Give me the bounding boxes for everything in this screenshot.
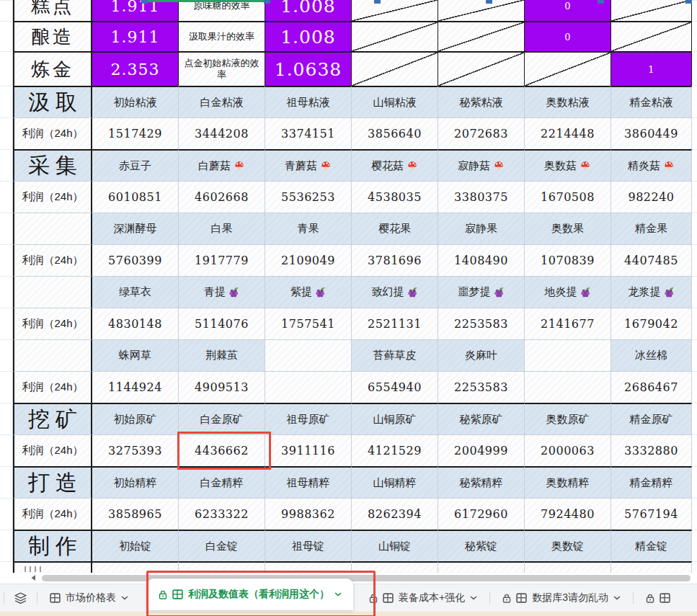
profit-label-cell[interactable]: 利润（24h）: [13, 371, 92, 403]
item-cell[interactable]: 白金粘液: [179, 86, 265, 117]
item-cell[interactable]: 祖母粘液: [265, 86, 352, 117]
profit-cell[interactable]: 1408490: [438, 244, 525, 276]
item-cell[interactable]: 秘紫锭: [438, 530, 525, 561]
profit-cell[interactable]: 5114076: [179, 308, 265, 339]
scroll-left-icon[interactable]: [30, 574, 37, 581]
profit-cell[interactable]: 1070839: [525, 244, 611, 276]
item-cell[interactable]: 山铜精粹: [352, 466, 438, 498]
item-cell[interactable]: 山铜原矿: [352, 403, 438, 434]
section-label-cell[interactable]: [13, 339, 92, 371]
chevron-down-icon[interactable]: [334, 592, 342, 597]
clipped-cell[interactable]: [525, 561, 611, 573]
item-cell[interactable]: 地炎提: [525, 276, 611, 308]
clipped-cell[interactable]: [92, 561, 179, 573]
profit-cell[interactable]: 3275393: [92, 434, 179, 466]
profit-cell[interactable]: 3380375: [438, 181, 525, 213]
item-cell[interactable]: 樱花果: [352, 213, 438, 244]
scrollbar-thumb[interactable]: [42, 575, 691, 581]
profit-cell[interactable]: 2686467: [611, 371, 692, 403]
item-cell[interactable]: 精金粘液: [611, 86, 692, 117]
profit-cell[interactable]: 2214448: [525, 117, 611, 149]
item-cell[interactable]: [265, 339, 352, 371]
item-cell[interactable]: 深渊酵母: [92, 213, 179, 244]
profit-cell[interactable]: 3332880: [611, 434, 692, 466]
item-cell[interactable]: 龙浆提: [611, 276, 692, 308]
profit-cell[interactable]: 1757541: [265, 308, 352, 339]
item-cell[interactable]: 奥数果: [525, 213, 611, 244]
item-cell[interactable]: 冰丝棉: [611, 339, 692, 371]
profit-cell[interactable]: 3858965: [92, 498, 179, 530]
sheet-list-button[interactable]: [8, 592, 33, 604]
section-label-cell[interactable]: 挖矿: [13, 403, 92, 434]
item-cell[interactable]: 白果: [179, 213, 265, 244]
item-cell[interactable]: 青果: [265, 213, 352, 244]
profit-cell[interactable]: 3856640: [352, 117, 438, 149]
crossed-out-cell[interactable]: [611, 0, 692, 21]
sheet-tab[interactable]: 市场价格表: [41, 584, 137, 612]
crossed-out-cell[interactable]: [438, 51, 525, 86]
item-cell[interactable]: 祖母精粹: [265, 466, 352, 498]
profit-cell[interactable]: 4436662: [179, 434, 265, 466]
item-cell[interactable]: 秘紫粘液: [438, 86, 525, 117]
profit-cell[interactable]: 2253583: [438, 308, 525, 339]
alchemy-multiplier-cell[interactable]: 1.911: [92, 0, 179, 21]
alchemy-multiplier-cell[interactable]: 2.353: [92, 51, 179, 86]
profit-cell[interactable]: 4909513: [179, 371, 265, 403]
item-cell[interactable]: [525, 339, 611, 371]
sheet-tab[interactable]: [637, 584, 679, 612]
alchemy-label-cell[interactable]: 糕点: [13, 0, 92, 21]
item-cell[interactable]: 炎麻叶: [438, 339, 525, 371]
profit-cell[interactable]: 4602668: [179, 181, 265, 213]
alchemy-desc-cell[interactable]: 汲取果汁的效率: [179, 21, 265, 51]
item-cell[interactable]: 山铜粘液: [352, 86, 438, 117]
item-cell[interactable]: 山铜锭: [352, 530, 438, 561]
section-label-cell[interactable]: 采集: [13, 149, 92, 181]
section-label-cell[interactable]: 打造: [13, 466, 92, 498]
sheet-tab-active[interactable]: 利润及数值表（看利润用这个）: [147, 579, 353, 610]
profit-cell[interactable]: 5767194: [611, 498, 692, 530]
profit-cell[interactable]: 3444208: [179, 117, 265, 149]
profit-cell[interactable]: 8262394: [352, 498, 438, 530]
profit-cell[interactable]: 3374151: [265, 117, 352, 149]
crossed-out-cell[interactable]: [438, 21, 525, 51]
section-label-cell[interactable]: 制作: [13, 530, 92, 561]
profit-label-cell[interactable]: [13, 561, 92, 573]
sheet-tab[interactable]: 数据库3请勿乱动: [494, 584, 629, 612]
item-cell[interactable]: 奥数原矿: [525, 403, 611, 434]
alchemy-efficiency-cell[interactable]: 1.008: [265, 0, 352, 21]
item-cell[interactable]: 精金原矿: [611, 403, 692, 434]
clipped-cell[interactable]: [352, 561, 438, 573]
item-cell[interactable]: 秘紫精粹: [438, 466, 525, 498]
clipped-cell[interactable]: [611, 561, 692, 573]
item-cell[interactable]: 秘紫原矿: [438, 403, 525, 434]
profit-cell[interactable]: 2004999: [438, 434, 525, 466]
profit-label-cell[interactable]: 利润（24h）: [13, 244, 92, 276]
profit-cell[interactable]: 3911116: [265, 434, 352, 466]
alchemy-label-cell[interactable]: 酿造: [13, 21, 92, 51]
profit-cell[interactable]: 1679042: [611, 308, 692, 339]
clipped-cell[interactable]: [265, 561, 352, 573]
profit-cell[interactable]: 2072683: [438, 117, 525, 149]
profit-cell[interactable]: 6233322: [179, 498, 265, 530]
profit-cell[interactable]: 6010851: [92, 181, 179, 213]
item-cell[interactable]: 白金锭: [179, 530, 265, 561]
profit-cell[interactable]: 2109049: [265, 244, 352, 276]
crossed-out-cell[interactable]: [438, 0, 525, 21]
item-cell[interactable]: 樱花菇: [352, 149, 438, 181]
profit-cell[interactable]: [265, 371, 352, 403]
chevron-down-icon[interactable]: [121, 596, 128, 600]
item-cell[interactable]: 精金精粹: [611, 466, 692, 498]
clipped-cell[interactable]: [179, 561, 265, 573]
item-cell[interactable]: 祖母原矿: [265, 403, 352, 434]
crossed-out-cell[interactable]: [352, 51, 438, 86]
profit-cell[interactable]: 3860449: [611, 117, 692, 149]
item-cell[interactable]: 赤豆子: [92, 149, 179, 181]
item-cell[interactable]: 奥数菇: [525, 149, 611, 181]
item-cell[interactable]: 奥数锭: [525, 530, 611, 561]
profit-label-cell[interactable]: 利润（24h）: [13, 498, 92, 530]
section-label-cell[interactable]: [13, 213, 92, 244]
item-cell[interactable]: 精金果: [611, 213, 692, 244]
profit-cell[interactable]: 5536253: [265, 181, 352, 213]
crossed-out-cell[interactable]: [352, 21, 438, 51]
sheet-tab[interactable]: 装备成本+强化: [360, 584, 486, 612]
